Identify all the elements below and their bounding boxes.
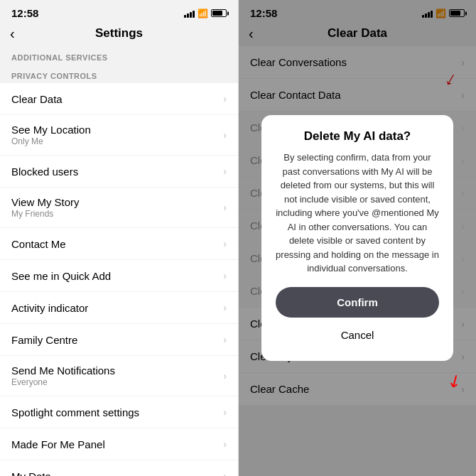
wifi-icon: 📶 xyxy=(198,9,208,18)
chevron-clear-data: › xyxy=(223,93,227,104)
section-additional-services: ADDITIONAL SERVICES xyxy=(0,46,238,65)
signal-icon xyxy=(184,9,195,18)
left-header: ‹ Settings xyxy=(0,22,238,46)
modal-box: Delete My AI data? By selecting confirm,… xyxy=(261,115,453,361)
chevron-view-story: › xyxy=(223,202,227,213)
left-header-title: Settings xyxy=(95,26,143,40)
privacy-menu-list: Clear Data › See My Location Only Me › B… xyxy=(0,83,238,476)
section-privacy-controls: PRIVACY CONTROLS xyxy=(0,65,238,83)
chevron-blocked-users: › xyxy=(223,166,227,177)
right-panel: 12:58 📶 ‹ Clear Data Clear Conversations… xyxy=(238,0,476,476)
menu-item-blocked-users[interactable]: Blocked users › xyxy=(0,156,238,187)
modal-overlay: Delete My AI data? By selecting confirm,… xyxy=(239,0,476,476)
menu-item-activity[interactable]: Activity indicator › xyxy=(0,292,238,323)
menu-item-clear-data[interactable]: Clear Data › xyxy=(0,83,238,114)
menu-item-quick-add[interactable]: See me in Quick Add › xyxy=(0,260,238,291)
modal-confirm-button[interactable]: Confirm xyxy=(276,287,439,318)
see-location-sub: Only Me xyxy=(11,136,91,146)
chevron-quick-add: › xyxy=(223,270,227,281)
view-story-label: View My Story xyxy=(11,196,80,208)
my-data-label: My Data xyxy=(11,470,51,477)
status-icons-left: 📶 xyxy=(184,9,227,18)
chevron-activity: › xyxy=(223,302,227,313)
menu-item-spotlight[interactable]: Spotlight comment settings › xyxy=(0,396,238,428)
left-panel: 12:58 📶 ‹ Settings ↓ ADDITIONAL SERVICES… xyxy=(0,0,238,476)
contact-me-label: Contact Me xyxy=(11,238,66,250)
view-story-sub: My Friends xyxy=(11,209,80,219)
chevron-contact-me: › xyxy=(223,238,227,249)
blocked-users-label: Blocked users xyxy=(11,166,78,178)
menu-item-family[interactable]: Family Centre › xyxy=(0,324,238,355)
menu-item-my-data[interactable]: My Data › xyxy=(0,460,238,476)
chevron-see-location: › xyxy=(223,129,227,141)
notifications-sub: Everyone xyxy=(11,377,115,387)
chevron-notifications: › xyxy=(223,370,227,382)
time-left: 12:58 xyxy=(11,7,38,19)
status-bar-left: 12:58 📶 xyxy=(0,0,238,22)
chevron-spotlight: › xyxy=(223,406,227,418)
menu-item-contact-me[interactable]: Contact Me › xyxy=(0,228,238,259)
battery-icon xyxy=(211,9,227,17)
notifications-label: Send Me Notifications xyxy=(11,364,115,377)
spotlight-label: Spotlight comment settings xyxy=(11,406,139,418)
quick-add-label: See me in Quick Add xyxy=(11,270,111,282)
modal-body: By selecting confirm, data from your pas… xyxy=(276,151,439,276)
modal-title: Delete My AI data? xyxy=(276,129,439,144)
family-label: Family Centre xyxy=(11,334,77,346)
menu-item-made-for-me[interactable]: Made For Me Panel › xyxy=(0,428,238,460)
chevron-family: › xyxy=(223,334,227,345)
red-arrow-right: ↙ xyxy=(443,369,465,393)
chevron-my-data: › xyxy=(223,470,227,476)
menu-item-notifications[interactable]: Send Me Notifications Everyone › xyxy=(0,356,238,396)
activity-label: Activity indicator xyxy=(11,302,88,314)
made-for-me-label: Made For Me Panel xyxy=(11,438,105,450)
menu-item-view-story[interactable]: View My Story My Friends › xyxy=(0,188,238,227)
chevron-made-for-me: › xyxy=(223,438,227,450)
modal-cancel-button[interactable]: Cancel xyxy=(276,320,439,350)
see-location-label: See My Location xyxy=(11,124,91,136)
clear-data-label: Clear Data xyxy=(11,93,63,105)
menu-item-see-location[interactable]: See My Location Only Me › xyxy=(0,115,238,155)
back-button-left[interactable]: ‹ xyxy=(10,26,15,42)
